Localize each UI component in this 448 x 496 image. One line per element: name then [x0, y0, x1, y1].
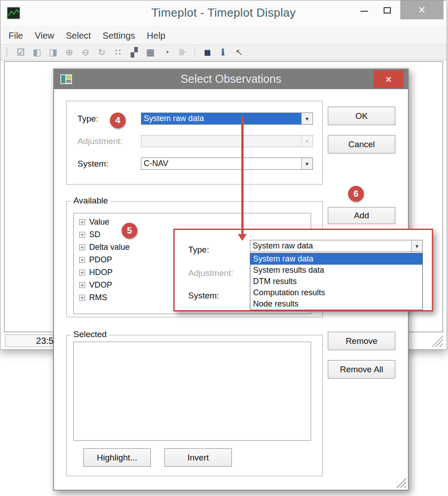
- dropdown-option[interactable]: System raw data: [250, 253, 422, 265]
- menu-item-file[interactable]: File: [9, 31, 23, 41]
- remove-button[interactable]: Remove: [328, 332, 395, 350]
- overlay-type-dropdown-value: System raw data: [250, 240, 411, 252]
- dropdown-option[interactable]: Node results: [250, 298, 422, 310]
- select-time-icon[interactable]: ◧: [32, 47, 42, 58]
- dropdown-option[interactable]: Computation results: [250, 287, 422, 298]
- expand-icon[interactable]: +: [79, 270, 85, 275]
- dialog-close-button[interactable]: ×: [374, 70, 403, 88]
- zoom-out-icon[interactable]: ⊖: [80, 47, 91, 58]
- zoom-in-icon[interactable]: ⊕: [64, 47, 75, 58]
- menu-item-settings[interactable]: Settings: [103, 31, 135, 41]
- invert-button[interactable]: Invert: [164, 448, 232, 467]
- type-dropdown-value: System raw data: [141, 113, 301, 124]
- chevron-down-icon[interactable]: ▼: [411, 240, 422, 252]
- type-dropdown[interactable]: System raw data ▼: [141, 113, 313, 125]
- pointer-icon[interactable]: ↖: [234, 47, 244, 58]
- chevron-down-icon[interactable]: ▼: [301, 113, 312, 124]
- tree-item-label: PDOP: [89, 255, 112, 265]
- annotation-step-4: 4: [110, 113, 126, 128]
- dialog-titlebar: Select Observations ×: [54, 69, 408, 89]
- overlay-adjustment-label: Adjustment:: [188, 268, 233, 278]
- menu-item-select[interactable]: Select: [66, 31, 91, 41]
- selected-listbox[interactable]: [73, 342, 311, 441]
- annotation-arrow-head: [238, 234, 247, 241]
- page: Timeplot - Timeplot Display – × File Vie…: [0, 0, 448, 496]
- dialog-resize-grip[interactable]: [395, 477, 406, 488]
- toolbar: ☑ ◧ ◨ ⊕ ⊖ ↻ ∷ ▞ ▦ ◔ ⊪ ▮▮ ℹ ↖: [0, 45, 447, 60]
- system-dropdown-value: C-NAV: [141, 158, 301, 169]
- titlebar: Timeplot - Timeplot Display – ×: [0, 0, 447, 27]
- tree-item-label: Value: [89, 217, 109, 227]
- expand-icon[interactable]: +: [79, 295, 85, 301]
- validate-icon[interactable]: ☑: [15, 47, 26, 58]
- expand-icon[interactable]: +: [79, 244, 85, 250]
- expand-icon[interactable]: +: [79, 232, 85, 238]
- tree-item-label: RMS: [89, 293, 107, 302]
- maximize-button[interactable]: [378, 1, 396, 19]
- overlay-system-label: System:: [188, 291, 219, 301]
- annotation-step-6: 6: [348, 186, 364, 202]
- adjustment-dropdown: ▼: [141, 135, 313, 147]
- ok-button[interactable]: OK: [328, 107, 395, 125]
- maximize-icon: [384, 7, 391, 14]
- tree-item-label: Delta value: [89, 243, 130, 252]
- expand-icon[interactable]: +: [79, 219, 85, 225]
- pie-chart-icon[interactable]: ◔: [161, 47, 172, 58]
- dialog-title: Select Observations: [54, 72, 408, 86]
- dropdown-option[interactable]: System results data: [250, 265, 422, 276]
- toolbar-grip[interactable]: [6, 47, 7, 57]
- window-resize-grip[interactable]: [431, 335, 443, 347]
- select-area-icon[interactable]: ◨: [48, 47, 59, 58]
- adjustment-label: Adjustment:: [77, 136, 122, 146]
- tree-item[interactable]: + Value: [74, 216, 311, 228]
- expand-icon[interactable]: +: [79, 282, 85, 288]
- adjustment-dropdown-value: [141, 135, 301, 147]
- selected-group-label: Selected: [71, 329, 109, 339]
- highlight-button[interactable]: Highlight...: [83, 448, 151, 467]
- pause-icon[interactable]: ▮▮: [201, 48, 212, 57]
- dropdown-option[interactable]: DTM results: [250, 276, 422, 287]
- type-dropdown-list: System raw data System results data DTM …: [250, 253, 423, 310]
- add-button[interactable]: Add: [328, 207, 395, 224]
- menu-item-view[interactable]: View: [35, 31, 54, 41]
- system-label: System:: [77, 159, 109, 169]
- measure-icon[interactable]: ⊪: [177, 47, 188, 58]
- info-icon[interactable]: ℹ: [217, 47, 228, 58]
- scatter-plot-icon[interactable]: ∷: [113, 47, 123, 58]
- overlay-type-label: Type:: [188, 245, 209, 255]
- chevron-down-icon[interactable]: ▼: [301, 158, 312, 169]
- annotation-arrow-line: [241, 116, 244, 235]
- dropdown-open-overlay: Type: Adjustment: System: System raw dat…: [173, 229, 433, 311]
- tree-item-label: HDOP: [89, 268, 113, 277]
- cancel-button[interactable]: Cancel: [328, 135, 395, 153]
- overlay-type-dropdown[interactable]: System raw data ▼: [250, 240, 423, 252]
- tree-item-label: VDOP: [89, 280, 112, 290]
- minimize-button[interactable]: –: [355, 1, 373, 19]
- close-button[interactable]: ×: [400, 0, 443, 19]
- grid-icon[interactable]: ▦: [145, 47, 156, 58]
- annotation-step-5: 5: [122, 223, 137, 239]
- line-chart-icon[interactable]: ▞: [129, 47, 140, 58]
- tree-item-label: SD: [89, 230, 100, 239]
- refresh-icon[interactable]: ↻: [96, 47, 107, 58]
- toolbar-separator: [195, 47, 195, 57]
- selected-group: Selected Highlight... Invert: [66, 335, 323, 476]
- status-time: 23:5: [5, 334, 55, 347]
- system-dropdown[interactable]: C-NAV ▼: [141, 158, 313, 170]
- expand-icon[interactable]: +: [79, 257, 85, 263]
- menubar: File View Select Settings Help: [0, 27, 447, 45]
- type-form-group: Type: System raw data ▼ Adjustment: ▼ Sy…: [66, 101, 323, 185]
- type-label: Type:: [77, 114, 98, 124]
- remove-all-button[interactable]: Remove All: [328, 360, 395, 379]
- available-group-label: Available: [71, 196, 110, 206]
- menu-item-help[interactable]: Help: [147, 31, 165, 41]
- chevron-down-icon: ▼: [301, 135, 312, 147]
